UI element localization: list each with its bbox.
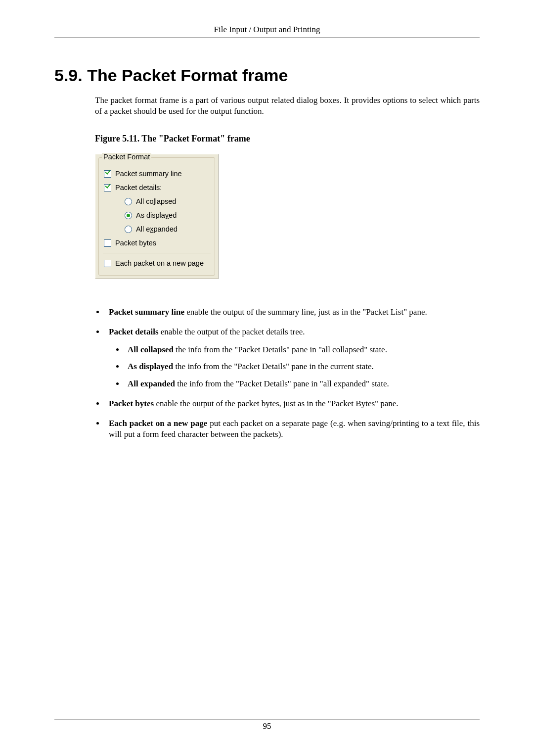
- term: Each packet on a new page: [109, 419, 207, 428]
- checkbox-row-details[interactable]: Packet details:: [103, 181, 211, 194]
- list-item: All expanded the info from the "Packet D…: [125, 378, 480, 389]
- checkbox-row-bytes[interactable]: Packet bytes: [103, 236, 211, 250]
- running-header: File Input / Output and Printing: [54, 25, 480, 35]
- radio-label: All collapsed: [136, 197, 176, 205]
- list-item: Packet bytes enable the output of the pa…: [105, 398, 480, 409]
- radio-label: All expanded: [136, 225, 178, 233]
- sub-list: All collapsed the info from the "Packet …: [109, 344, 480, 389]
- term: Packet details: [109, 327, 159, 336]
- term: All collapsed: [128, 345, 174, 354]
- page-number: 95: [54, 721, 480, 731]
- term: Packet bytes: [109, 399, 154, 408]
- desc: enable the output of the packet bytes, j…: [154, 399, 398, 408]
- list-item: As displayed the info from the "Packet D…: [125, 361, 480, 372]
- list-item: All collapsed the info from the "Packet …: [125, 344, 480, 355]
- header-rule: [54, 38, 480, 38]
- checkbox-label: Each packet on a new page: [115, 259, 204, 267]
- radio-row-all-collapsed[interactable]: All collapsed: [103, 194, 211, 208]
- section-title-text: The Packet Format frame: [87, 66, 288, 85]
- term: All expanded: [128, 379, 175, 388]
- radio-row-as-displayed[interactable]: As displayed: [103, 208, 211, 222]
- radio-label-accel: y: [165, 211, 169, 219]
- checkbox-row-summary[interactable]: Packet summary line: [103, 167, 211, 181]
- list-item: Packet summary line enable the output of…: [105, 307, 480, 318]
- desc: the info from the "Packet Details" pane …: [173, 362, 374, 371]
- checkbox-row-newpage[interactable]: Each packet on a new page: [103, 253, 211, 270]
- intro-paragraph: The packet format frame is a part of var…: [95, 95, 480, 117]
- radio-label-post: ed: [169, 211, 177, 219]
- footer-rule: [54, 719, 480, 719]
- term: Packet summary line: [109, 307, 184, 317]
- packet-format-frame: Packet Format Packet summary line Packet…: [95, 154, 219, 279]
- checkbox-icon[interactable]: [104, 239, 111, 247]
- checkbox-label: Packet details:: [115, 184, 162, 191]
- term: As displayed: [128, 362, 173, 371]
- checkbox-label: Packet bytes: [115, 239, 156, 247]
- checkbox-label: Packet summary line: [115, 170, 182, 178]
- radio-label-post: lapsed: [155, 197, 177, 205]
- page-footer: 95: [54, 719, 480, 731]
- figure-caption: Figure 5.11. The "Packet Format" frame: [95, 134, 480, 144]
- radio-icon[interactable]: [125, 226, 132, 233]
- desc: the info from the "Packet Details" pane …: [175, 379, 389, 388]
- section-number: 5.9.: [54, 66, 83, 85]
- radio-label-pre: All e: [136, 225, 150, 233]
- radio-label-pre: As displa: [136, 211, 165, 219]
- list-item: Each packet on a new page put each packe…: [105, 418, 480, 440]
- list-item: Packet details enable the output of the …: [105, 327, 480, 389]
- desc: the info from the "Packet Details" pane …: [174, 345, 387, 354]
- radio-label-pre: All co: [136, 197, 153, 205]
- packet-format-fieldset: Packet Format Packet summary line Packet…: [98, 157, 215, 276]
- fieldset-legend: Packet Format: [102, 153, 151, 161]
- description-list: Packet summary line enable the output of…: [95, 307, 480, 440]
- radio-row-all-expanded[interactable]: All expanded: [103, 222, 211, 236]
- checkbox-icon[interactable]: [104, 170, 111, 178]
- checkbox-icon[interactable]: [104, 260, 111, 267]
- radio-icon[interactable]: [125, 212, 132, 219]
- desc: enable the output of the packet details …: [159, 327, 305, 336]
- desc: enable the output of the summary line, j…: [184, 307, 427, 317]
- radio-label: As displayed: [136, 211, 177, 219]
- checkbox-icon[interactable]: [104, 184, 111, 191]
- radio-label-post: panded: [153, 225, 177, 233]
- radio-icon[interactable]: [125, 198, 132, 205]
- section-title: 5.9. The Packet Format frame: [54, 66, 480, 85]
